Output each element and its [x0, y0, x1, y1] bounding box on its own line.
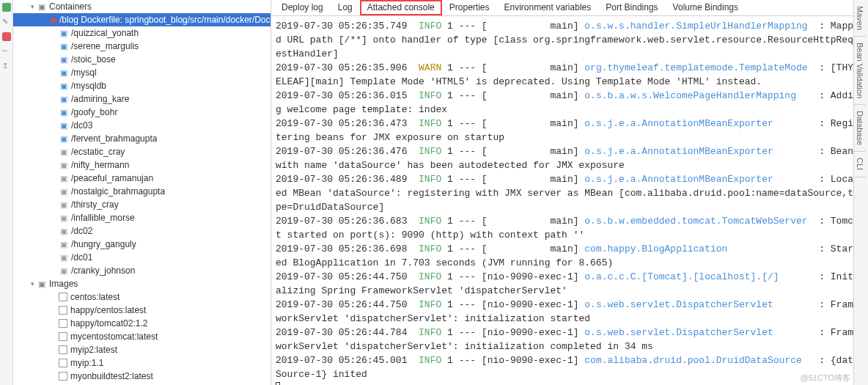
checkbox[interactable]	[59, 372, 67, 381]
container-icon: ▣	[59, 173, 69, 183]
container-item[interactable]: ▣/blog Dockerfile: springboot_blog/src/m…	[13, 13, 271, 26]
tool-tab-bean-validation[interactable]: Bean Validation	[854, 37, 866, 105]
image-name: centos:latest	[70, 292, 119, 302]
container-name: /mysql	[71, 67, 97, 78]
tool-tab-cli[interactable]: CLI	[854, 152, 866, 177]
container-item[interactable]: ▣/hungry_ganguly	[13, 238, 271, 251]
tab-deploy-log[interactable]: Deploy log	[274, 0, 331, 15]
checkbox[interactable]	[59, 306, 67, 315]
container-item[interactable]: ▣/fervent_brahmagupta	[13, 132, 271, 145]
log-line: 2019-07-30 05:26:36.473 INFO 1 --- [ mai…	[276, 118, 859, 143]
container-item[interactable]: ▣/serene_margulis	[13, 40, 271, 53]
log-line: 2019-07-30 05:26:35.906 WARN 1 --- [ mai…	[276, 62, 859, 87]
folder-icon: ▣	[37, 279, 47, 289]
tab-bar: Deploy logLogAttached consolePropertiesE…	[271, 0, 868, 16]
container-name: /admiring_kare	[71, 94, 129, 104]
checkbox[interactable]	[59, 332, 67, 341]
tab-environment-variables[interactable]: Environment variables	[497, 0, 599, 15]
container-item[interactable]: ▣/nifty_hermann	[13, 158, 271, 172]
container-item[interactable]: ▣/peaceful_ramanujan	[13, 172, 271, 185]
container-item[interactable]: ▣/goofy_bohr	[13, 106, 271, 119]
image-item[interactable]: myonbuildtest2:latest	[13, 370, 271, 383]
image-item[interactable]: mycentostomcat:latest	[13, 330, 271, 343]
folder-icon: ▣	[37, 1, 47, 12]
image-item[interactable]: happy/tomcat02:1.2	[13, 317, 271, 330]
minus-icon[interactable]: −	[2, 47, 11, 56]
checkbox[interactable]	[59, 293, 67, 301]
container-name: /dc01	[71, 252, 92, 263]
checkbox[interactable]	[59, 345, 67, 354]
stop-icon[interactable]	[2, 32, 11, 41]
container-name: /nostalgic_brahmagupta	[71, 186, 165, 197]
container-icon: ▣	[59, 133, 69, 144]
console-output[interactable]: 2019-07-30 05:26:35.749 INFO 1 --- [ mai…	[271, 16, 868, 385]
tab-attached-console[interactable]: Attached console	[360, 0, 442, 15]
right-tool-tabs: MavenBean ValidationDatabaseCLI	[853, 0, 868, 385]
tab-log[interactable]: Log	[331, 0, 360, 15]
container-item[interactable]: ▣/thirsty_cray	[13, 198, 271, 211]
tool-tab-maven[interactable]: Maven	[854, 0, 866, 37]
container-icon: ▣	[59, 28, 69, 38]
container-name: /ecstatic_cray	[71, 147, 125, 157]
container-name: /dc03	[71, 120, 92, 131]
container-icon: ▣	[59, 107, 69, 117]
container-icon: ▣	[59, 252, 69, 263]
image-item[interactable]: myip:1.1	[13, 356, 271, 370]
container-icon: ▣	[59, 81, 69, 91]
container-item[interactable]: ▣/quizzical_yonath	[13, 26, 271, 40]
tab-port-bindings[interactable]: Port Bindings	[598, 0, 665, 15]
log-line: 2019-07-30 05:26:36.698 INFO 1 --- [ mai…	[276, 243, 859, 268]
container-name: /blog Dockerfile: springboot_blog/src/ma…	[59, 15, 271, 25]
container-item[interactable]: ▣/nostalgic_brahmagupta	[13, 185, 271, 198]
checkbox[interactable]	[59, 319, 67, 328]
container-name: /dc02	[71, 226, 92, 236]
image-item[interactable]: myip2:latest	[13, 343, 271, 356]
container-name: /nifty_hermann	[71, 160, 129, 170]
container-item[interactable]: ▣/cranky_johnson	[13, 264, 271, 277]
images-label: Images	[49, 279, 78, 289]
container-name: /hungry_ganguly	[71, 239, 136, 249]
image-item[interactable]: happy/centos:latest	[13, 304, 271, 317]
container-item[interactable]: ▣/dc03	[13, 119, 271, 132]
log-line: 2019-07-30 05:26:36.489 INFO 1 --- [ mai…	[276, 174, 859, 213]
container-icon: ▣	[50, 15, 57, 25]
container-icon: ▣	[59, 67, 69, 78]
log-line: 2019-07-30 05:26:44.784 INFO 1 --- [nio-…	[276, 327, 859, 352]
tool-tab-database[interactable]: Database	[854, 105, 866, 152]
services-tree[interactable]: ▾ ▣ Containers ▣/blog Dockerfile: spring…	[13, 0, 271, 385]
images-group[interactable]: ▾ ▣ Images	[13, 277, 271, 290]
checkbox[interactable]	[59, 359, 67, 367]
image-name: happy/tomcat02:1.2	[70, 318, 147, 329]
container-item[interactable]: ▣/mysqldb	[13, 79, 271, 92]
log-line: 2019-07-30 05:26:45.001 INFO 1 --- [nio-…	[276, 355, 859, 380]
up-icon[interactable]: ↥	[2, 62, 11, 70]
container-icon: ▣	[59, 186, 69, 197]
container-icon: ▣	[59, 213, 69, 223]
container-icon: ▣	[59, 160, 69, 170]
image-item[interactable]: centos:latest	[13, 290, 271, 304]
container-icon: ▣	[59, 147, 69, 157]
container-item[interactable]: ▣/admiring_kare	[13, 92, 271, 106]
container-icon: ▣	[59, 226, 69, 236]
tab-volume-bindings[interactable]: Volume Bindings	[666, 0, 746, 15]
container-item[interactable]: ▣/ecstatic_cray	[13, 145, 271, 158]
tab-properties[interactable]: Properties	[442, 0, 497, 15]
container-name: /infallible_morse	[71, 213, 135, 223]
chevron-down-icon[interactable]: ▾	[28, 3, 37, 10]
container-icon: ▣	[59, 239, 69, 249]
container-icon: ▣	[59, 120, 69, 131]
containers-group[interactable]: ▾ ▣ Containers	[13, 0, 271, 13]
left-gutter: ✎ − ↥	[0, 0, 13, 385]
container-icon: ▣	[59, 94, 69, 104]
chevron-down-icon[interactable]: ▾	[28, 280, 37, 287]
container-item[interactable]: ▣/mysql	[13, 66, 271, 79]
containers-label: Containers	[49, 1, 92, 12]
container-icon: ▣	[59, 54, 69, 65]
log-line: 2019-07-30 05:26:36.683 INFO 1 --- [ mai…	[276, 216, 859, 241]
container-item[interactable]: ▣/dc01	[13, 251, 271, 264]
container-item[interactable]: ▣/infallible_morse	[13, 211, 271, 224]
container-item[interactable]: ▣/dc02	[13, 224, 271, 238]
run-icon[interactable]	[2, 3, 11, 12]
edit-icon[interactable]: ✎	[2, 18, 11, 26]
container-item[interactable]: ▣/stoic_bose	[13, 53, 271, 66]
